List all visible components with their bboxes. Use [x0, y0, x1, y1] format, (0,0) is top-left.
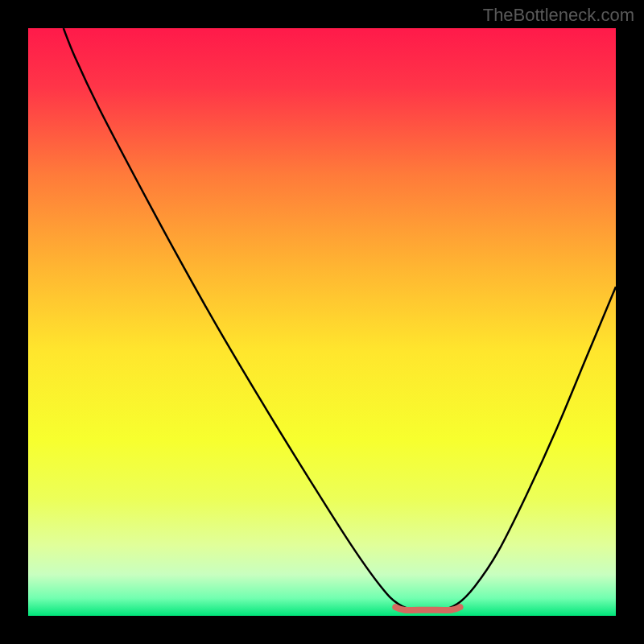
bottleneck-chart [0, 0, 644, 644]
watermark-text: TheBottleneck.com [483, 5, 634, 26]
chart-container: TheBottleneck.com [0, 0, 644, 644]
plot-background [28, 28, 616, 616]
bottom-marker [395, 607, 460, 610]
